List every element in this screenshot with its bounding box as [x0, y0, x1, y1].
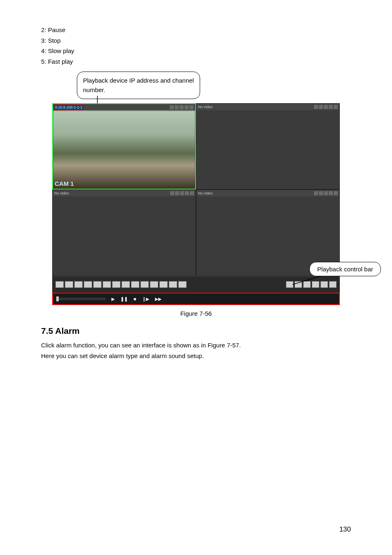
legend-list: 2: Pause 3: Stop 4: Slow play 5: Fast pl…: [41, 25, 351, 67]
zoom-icon[interactable]: [329, 105, 333, 109]
video-frame-empty: [53, 197, 196, 275]
cell-toolbar-icons: [314, 105, 338, 109]
audio-icon[interactable]: [324, 191, 328, 195]
playback-buttons: ▶ ❚❚ ■ ❙▶ ▶▶: [111, 296, 161, 302]
layout-tiles-right: [286, 281, 337, 288]
paragraph-1: Click alarm function, you can see an int…: [41, 340, 351, 351]
legend-item-stop: 3: Stop: [41, 35, 351, 46]
layout-25-icon[interactable]: [169, 281, 177, 288]
audio-icon[interactable]: [180, 105, 184, 109]
layout-4x4-icon[interactable]: [93, 281, 101, 288]
close-icon[interactable]: [189, 105, 194, 109]
cell-title-text: No video: [54, 191, 69, 195]
legend-item-slow: 4: Slow play: [41, 46, 351, 56]
layout-20-icon[interactable]: [159, 281, 168, 288]
video-cell-1[interactable]: 0.10.6.100-1-1-1 CAM 1: [52, 103, 196, 190]
snapshot-icon[interactable]: [175, 105, 179, 109]
aux-icon-5[interactable]: [321, 281, 328, 288]
layout-6x6-icon[interactable]: [112, 281, 120, 288]
ip-label: 0.10.6.100-1-1-1: [53, 104, 84, 110]
layout-1x1-icon[interactable]: [55, 281, 64, 288]
close-icon[interactable]: [334, 105, 338, 109]
stop-button[interactable]: ■: [134, 296, 136, 302]
record-icon[interactable]: [170, 191, 174, 195]
record-icon[interactable]: [314, 191, 318, 195]
fast-play-button[interactable]: ▶▶: [155, 296, 161, 302]
video-grid: 0.10.6.100-1-1-1 CAM 1 No v: [52, 103, 340, 276]
playback-control-bar: ▶ ❚❚ ■ ❙▶ ▶▶: [52, 293, 340, 305]
close-icon[interactable]: [190, 191, 194, 195]
callout-ip-channel-text: Playback device IP address and channel n…: [83, 77, 194, 93]
layout-2x2-icon[interactable]: [65, 281, 73, 288]
callout-playback-bar: Playback control bar: [309, 262, 381, 276]
cell-titlebar: No video: [196, 190, 339, 197]
snapshot-icon[interactable]: [319, 105, 323, 109]
layout-3x3-icon[interactable]: [84, 281, 92, 288]
aux-icon-6[interactable]: [329, 281, 337, 288]
video-cell-2[interactable]: No video: [196, 103, 340, 190]
layout-16-icon[interactable]: [150, 281, 158, 288]
layout-36-icon[interactable]: [178, 281, 187, 288]
audio-icon[interactable]: [180, 191, 184, 195]
section-heading-alarm: 7.5 Alarm: [41, 326, 351, 336]
cell-titlebar: No video: [53, 190, 196, 197]
cell-titlebar: No video: [196, 104, 339, 110]
zoom-icon[interactable]: [329, 191, 333, 195]
aux-icon-4[interactable]: [312, 281, 319, 288]
layout-fullscreen-icon[interactable]: [74, 281, 83, 288]
layout-13-icon[interactable]: [141, 281, 149, 288]
zoom-icon[interactable]: [185, 191, 189, 195]
aux-icon-3[interactable]: [303, 281, 311, 288]
video-cell-3[interactable]: No video: [52, 190, 196, 276]
aux-icon-2[interactable]: [295, 281, 302, 288]
cell-toolbar-icons: [170, 105, 194, 109]
callout-playback-bar-text: Playback control bar: [317, 266, 373, 273]
camera-label: CAM 1: [55, 180, 74, 187]
aux-icon-1[interactable]: [286, 281, 293, 288]
video-frame: [53, 111, 195, 189]
callout-ip-channel: Playback device IP address and channel n…: [77, 72, 200, 99]
layout-5x5-icon[interactable]: [103, 281, 111, 288]
layout-tiles-left: [55, 281, 187, 288]
cell-toolbar-icons: [170, 191, 194, 195]
close-icon[interactable]: [334, 191, 338, 195]
progress-bar[interactable]: [56, 298, 106, 300]
play-button[interactable]: ▶: [111, 296, 115, 302]
layout-9-icon[interactable]: [131, 281, 139, 288]
layout-8-icon[interactable]: [122, 281, 130, 288]
screenshot-figure: Playback device IP address and channel n…: [52, 72, 340, 305]
cell-title-text: No video: [198, 191, 213, 195]
record-icon[interactable]: [314, 105, 318, 109]
cell-toolbar-icons: [314, 191, 338, 195]
record-icon[interactable]: [170, 105, 174, 109]
legend-item-fast: 5: Fast play: [41, 56, 351, 67]
pause-button[interactable]: ❚❚: [120, 296, 128, 302]
figure-caption: Figure 7-56: [41, 310, 351, 317]
audio-icon[interactable]: [324, 105, 328, 109]
player-area: 0.10.6.100-1-1-1 CAM 1 No v: [52, 103, 340, 305]
progress-knob[interactable]: [56, 296, 59, 301]
cell-title-text: No video: [198, 105, 213, 109]
layout-toolbar: [52, 276, 340, 293]
snapshot-icon[interactable]: [319, 191, 323, 195]
video-frame-empty: [196, 110, 339, 189]
zoom-icon[interactable]: [184, 105, 189, 109]
snapshot-icon[interactable]: [175, 191, 179, 195]
slow-play-button[interactable]: ❙▶: [142, 296, 149, 302]
paragraph-2: Here you can set device alarm type and a…: [41, 351, 351, 361]
body-paragraph: Click alarm function, you can see an int…: [41, 340, 351, 361]
legend-item-pause: 2: Pause: [41, 25, 351, 35]
